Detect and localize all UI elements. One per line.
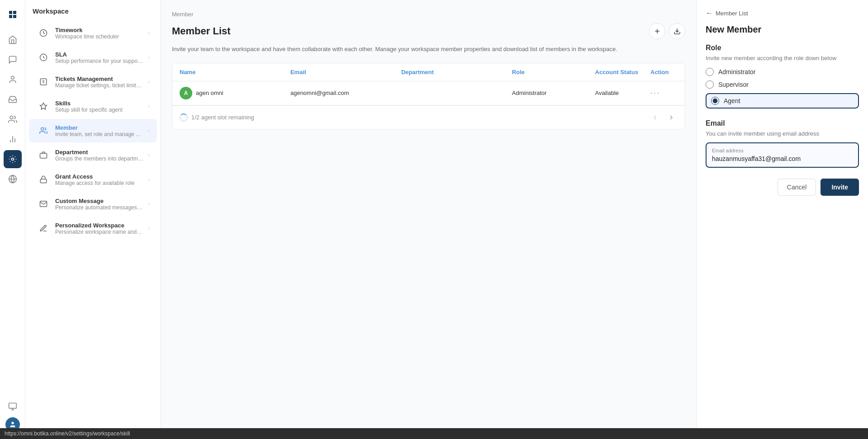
sidebar-item-timework[interactable]: Timework Workspace time scheduler ›: [29, 21, 157, 45]
col-role: Role: [512, 69, 595, 76]
sidebar-item-department[interactable]: Department Groups the members into depar…: [29, 143, 157, 167]
nav-globe[interactable]: [4, 170, 22, 188]
table-footer: 1/2 agent slot remaining: [172, 105, 685, 129]
sidebar-item-custom-message[interactable]: Custom Message Personalize automated mes…: [29, 192, 157, 216]
invite-button[interactable]: Invite: [821, 179, 859, 196]
member-chevron: ›: [148, 127, 150, 134]
sidebar-item-tickets[interactable]: Tickets Management Manage ticket setting…: [29, 70, 157, 94]
member-status-cell: Available: [595, 90, 650, 96]
role-option-administrator[interactable]: Administrator: [706, 68, 859, 76]
agent-slot-info: 1/2 agent slot remaining: [180, 113, 254, 122]
member-name-cell: A agen omni: [180, 87, 290, 99]
role-label-administrator: Administrator: [718, 68, 755, 76]
col-status: Account Status: [595, 69, 650, 76]
role-option-agent[interactable]: Agent: [706, 93, 859, 109]
back-label: Member List: [716, 10, 748, 17]
cancel-button[interactable]: Cancel: [778, 179, 816, 196]
custom-message-icon: [36, 197, 51, 211]
sidebar-item-sla-subtitle: Setup performance for your support t...: [55, 58, 143, 64]
sidebar-item-tickets-subtitle: Manage ticket settings, ticket limitati.…: [55, 82, 143, 89]
panel-title: New Member: [706, 24, 859, 35]
sidebar-item-custommsg-subtitle: Personalize automated messages ins...: [55, 204, 143, 211]
page-title: Member List: [172, 25, 231, 37]
svg-rect-20: [40, 179, 47, 183]
svg-point-5: [11, 158, 14, 160]
nav-help[interactable]: [4, 397, 22, 415]
download-button[interactable]: [669, 23, 685, 39]
role-radio-supervisor[interactable]: [706, 80, 714, 89]
timework-chevron: ›: [148, 30, 150, 36]
sidebar-item-custommsg-title: Custom Message: [55, 198, 143, 204]
nav-settings[interactable]: [4, 150, 22, 168]
department-chevron: ›: [148, 152, 150, 158]
col-department: Department: [401, 69, 512, 76]
sidebar-item-grant-access[interactable]: Grant Access Manage access for available…: [29, 168, 157, 191]
agent-avatar: A: [180, 87, 192, 99]
sidebar-item-tickets-title: Tickets Management: [55, 76, 143, 82]
tickets-icon: [36, 75, 51, 89]
member-icon: [36, 123, 51, 138]
skills-icon: [36, 99, 51, 113]
nav-analytics[interactable]: [4, 130, 22, 148]
member-role-cell: Administrator: [512, 90, 595, 96]
header-actions: [649, 23, 685, 39]
nav-home[interactable]: [4, 31, 22, 49]
member-email-cell: agenomni@gmail.com: [290, 90, 401, 96]
role-section-desc: Invite new member according the role dow…: [706, 55, 859, 61]
role-radio-group: Administrator Supervisor Agent: [706, 68, 859, 109]
col-email: Email: [290, 69, 401, 76]
svg-rect-8: [9, 403, 16, 409]
col-name: Name: [180, 69, 290, 76]
svg-point-0: [11, 76, 14, 80]
svg-point-18: [41, 127, 44, 130]
sidebar-item-personalws-title: Personalized Workspace: [55, 222, 143, 229]
member-table: Name Email Department Role Account Statu…: [172, 63, 685, 130]
status-url: https://omni.botika.online/v2/settings/w…: [5, 430, 130, 437]
role-option-supervisor[interactable]: Supervisor: [706, 80, 859, 89]
sidebar-item-personalized-workspace[interactable]: Personalized Workspace Personalize works…: [29, 217, 157, 240]
nav-inbox[interactable]: [4, 90, 22, 109]
sidebar-item-skills[interactable]: Skills Setup skill for specific agent ›: [29, 94, 157, 118]
sidebar-item-grant-subtitle: Manage access for available role: [55, 180, 143, 186]
personalized-workspace-chevron: ›: [148, 225, 150, 231]
sidebar-item-sla[interactable]: SLA Setup performance for your support t…: [29, 46, 157, 69]
app-logo[interactable]: [4, 5, 22, 24]
custom-message-chevron: ›: [148, 201, 150, 207]
sidebar-title: Workspace: [25, 7, 161, 20]
personalized-workspace-icon: [36, 221, 51, 236]
role-label-supervisor: Supervisor: [718, 81, 749, 88]
nav-contacts[interactable]: [4, 71, 22, 89]
slot-text: 1/2 agent slot remaining: [191, 114, 254, 121]
nav-channels[interactable]: [4, 51, 22, 69]
sidebar-item-skills-title: Skills: [55, 100, 143, 107]
role-label-agent: Agent: [724, 97, 740, 104]
role-radio-agent[interactable]: [711, 97, 719, 105]
tickets-chevron: ›: [148, 79, 150, 85]
next-page-button[interactable]: [665, 111, 678, 124]
sla-icon: [36, 50, 51, 65]
panel-actions: Cancel Invite: [706, 179, 859, 196]
svg-point-1: [10, 116, 13, 119]
sidebar-item-personalws-subtitle: Personalize workspace name and de...: [55, 229, 143, 235]
add-member-button[interactable]: [649, 23, 665, 39]
sidebar-item-skills-subtitle: Setup skill for specific agent: [55, 107, 143, 113]
role-radio-administrator[interactable]: [706, 68, 714, 76]
back-button[interactable]: ← Member List: [706, 9, 859, 17]
sidebar-item-sla-title: SLA: [55, 51, 143, 58]
member-action-cell[interactable]: ···: [650, 88, 678, 98]
agent-name: agen omni: [196, 90, 223, 96]
sidebar-item-timework-title: Timework: [55, 27, 143, 33]
skills-chevron: ›: [148, 103, 150, 109]
email-input-wrapper: Email address: [706, 142, 859, 168]
svg-point-11: [11, 422, 14, 424]
sidebar-item-member[interactable]: Member Invite team, set role and manage …: [29, 119, 157, 142]
prev-page-button[interactable]: [649, 111, 661, 124]
sidebar-item-department-subtitle: Groups the members into department: [55, 156, 143, 162]
action-menu-button[interactable]: ···: [650, 88, 678, 98]
slot-spinner-icon: [180, 113, 188, 122]
nav-team[interactable]: [4, 110, 22, 128]
email-input[interactable]: [712, 155, 853, 162]
sidebar-item-department-title: Department: [55, 149, 143, 156]
breadcrumb: Member: [172, 11, 685, 18]
pagination: [649, 111, 678, 124]
